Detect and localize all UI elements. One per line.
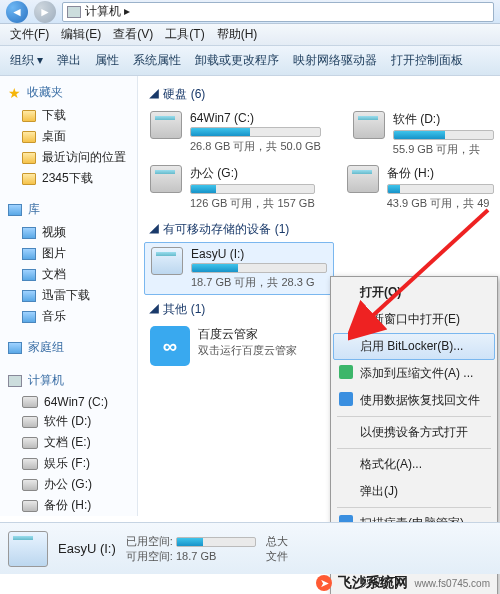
address-path: 计算机 ▸ (85, 3, 130, 20)
tree-drive-d[interactable]: 软件 (D:) (4, 411, 133, 432)
navigation-pane: ★收藏夹 下载 桌面 最近访问的位置 2345下载 库 视频 图片 文档 迅雷下… (0, 76, 138, 516)
address-bar[interactable]: 计算机 ▸ (62, 2, 494, 22)
fav-desktop[interactable]: 桌面 (4, 126, 133, 147)
fav-downloads[interactable]: 下载 (4, 105, 133, 126)
app-desc: 双击运行百度云管家 (198, 343, 328, 358)
cmd-uninstall[interactable]: 卸载或更改程序 (195, 52, 279, 69)
ctx-format[interactable]: 格式化(A)... (333, 451, 495, 478)
baidu-icon: ∞ (150, 326, 190, 366)
tree-drive-f[interactable]: 娱乐 (F:) (4, 453, 133, 474)
ctx-open-new-window[interactable]: 在新窗口中打开(E) (333, 306, 495, 333)
lib-music[interactable]: 音乐 (4, 306, 133, 327)
lib-video[interactable]: 视频 (4, 222, 133, 243)
cmd-netdrive[interactable]: 映射网络驱动器 (293, 52, 377, 69)
computer-node[interactable]: 计算机 (4, 370, 133, 393)
separator (337, 448, 491, 449)
computer-icon (8, 375, 22, 387)
capacity-text: 18.7 GB 可用，共 28.3 G (191, 275, 327, 290)
capacity-bar (190, 127, 321, 137)
drive-c[interactable]: 64Win7 (C:) 26.8 GB 可用，共 50.0 GB (144, 107, 327, 161)
lib-thunder[interactable]: 迅雷下载 (4, 285, 133, 306)
cmd-properties[interactable]: 属性 (95, 52, 119, 69)
tree-drive-g[interactable]: 办公 (G:) (4, 474, 133, 495)
folder-icon (22, 173, 36, 185)
drive-i[interactable]: EasyU (I:) 18.7 GB 可用，共 28.3 G (144, 242, 334, 295)
menu-file[interactable]: 文件(F) (6, 24, 53, 45)
star-icon: ★ (8, 85, 21, 101)
capacity-bar (387, 184, 494, 194)
folder-icon (22, 131, 36, 143)
fav-recent[interactable]: 最近访问的位置 (4, 147, 133, 168)
fav-header[interactable]: ★收藏夹 (4, 82, 133, 105)
menu-bar: 文件(F) 编辑(E) 查看(V) 工具(T) 帮助(H) (0, 24, 500, 46)
drive-g[interactable]: 办公 (G:) 126 GB 可用，共 157 GB (144, 161, 321, 215)
used-space-label: 已用空间: (126, 535, 173, 547)
usb-drive-icon (8, 531, 48, 567)
library-icon (8, 204, 22, 216)
drive-name: 软件 (D:) (393, 111, 494, 128)
section-removable[interactable]: ◢ 有可移动存储的设备 (1) (144, 215, 500, 242)
cmd-sysprops[interactable]: 系统属性 (133, 52, 181, 69)
separator (337, 416, 491, 417)
free-space-label: 可用空间: (126, 550, 173, 562)
status-drive-name: EasyU (I:) (58, 541, 116, 556)
folder-icon (22, 110, 36, 122)
homegroup-header[interactable]: 家庭组 (4, 337, 133, 360)
cmd-eject[interactable]: 弹出 (57, 52, 81, 69)
command-bar: 组织 ▾ 弹出 属性 系统属性 卸载或更改程序 映射网络驱动器 打开控制面板 (0, 46, 500, 76)
menu-help[interactable]: 帮助(H) (213, 24, 262, 45)
drive-name: 64Win7 (C:) (190, 111, 321, 125)
drive-icon (22, 396, 38, 408)
used-space-bar (176, 537, 256, 547)
cmd-cpanel[interactable]: 打开控制面板 (391, 52, 463, 69)
music-icon (22, 311, 36, 323)
lib-header[interactable]: 库 (4, 199, 133, 222)
capacity-text: 26.8 GB 可用，共 50.0 GB (190, 139, 321, 154)
capacity-text: 43.9 GB 可用，共 49 (387, 196, 494, 211)
lib-pictures[interactable]: 图片 (4, 243, 133, 264)
drive-icon (22, 416, 38, 428)
ctx-open-portable[interactable]: 以便携设备方式打开 (333, 419, 495, 446)
tree-drive-h[interactable]: 备份 (H:) (4, 495, 133, 516)
details-pane: EasyU (I:) 已用空间: 可用空间: 18.7 GB 总大 文件 (0, 522, 500, 574)
capacity-text: 55.9 GB 可用，共 (393, 142, 494, 157)
drive-icon (347, 165, 379, 193)
drive-icon (22, 458, 38, 470)
baidu-cloud-item[interactable]: ∞ 百度云管家 双击运行百度云管家 (144, 322, 334, 370)
menu-tools[interactable]: 工具(T) (161, 24, 208, 45)
archive-icon (339, 365, 353, 379)
watermark-text: 飞沙系统网 (338, 574, 408, 592)
tree-drive-e[interactable]: 文档 (E:) (4, 432, 133, 453)
drive-icon (150, 111, 182, 139)
folder-icon (22, 152, 36, 164)
homegroup-icon (8, 342, 22, 354)
ctx-add-to-archive[interactable]: 添加到压缩文件(A) ... (333, 360, 495, 387)
ctx-open[interactable]: 打开(O) (333, 279, 495, 306)
drive-h[interactable]: 备份 (H:) 43.9 GB 可用，共 49 (341, 161, 500, 215)
ctx-data-recovery[interactable]: 使用数据恢复找回文件 (333, 387, 495, 414)
ctx-eject[interactable]: 弹出(J) (333, 478, 495, 505)
app-name: 百度云管家 (198, 326, 328, 343)
nav-forward-button[interactable]: ► (34, 1, 56, 23)
menu-view[interactable]: 查看(V) (109, 24, 157, 45)
capacity-text: 126 GB 可用，共 157 GB (190, 196, 315, 211)
pictures-icon (22, 248, 36, 260)
thunder-icon (22, 290, 36, 302)
menu-edit[interactable]: 编辑(E) (57, 24, 105, 45)
video-icon (22, 227, 36, 239)
watermark-url: www.fs0745.com (414, 578, 490, 589)
nav-back-button[interactable]: ◄ (6, 1, 28, 23)
lib-documents[interactable]: 文档 (4, 264, 133, 285)
computer-icon (67, 6, 81, 18)
capacity-bar (191, 263, 327, 273)
tree-drive-c[interactable]: 64Win7 (C:) (4, 393, 133, 411)
drive-name: 备份 (H:) (387, 165, 494, 182)
capacity-bar (393, 130, 494, 140)
cmd-organize[interactable]: 组织 ▾ (10, 52, 43, 69)
fav-2345[interactable]: 2345下载 (4, 168, 133, 189)
separator (337, 507, 491, 508)
drive-name: EasyU (I:) (191, 247, 327, 261)
ctx-enable-bitlocker[interactable]: 启用 BitLocker(B)... (333, 333, 495, 360)
section-hdd[interactable]: ◢ 硬盘 (6) (144, 80, 500, 107)
drive-d[interactable]: 软件 (D:) 55.9 GB 可用，共 (347, 107, 500, 161)
